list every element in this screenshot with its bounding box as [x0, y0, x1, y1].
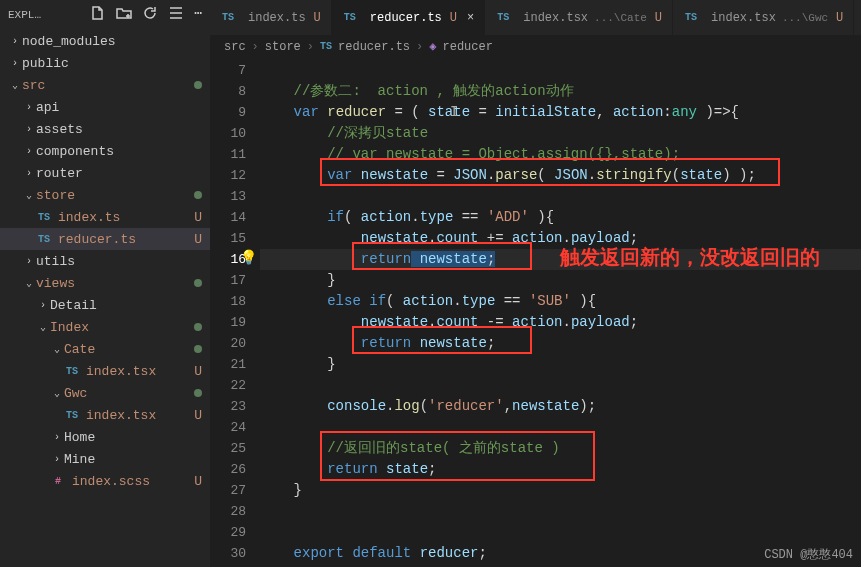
collapse-icon[interactable]	[168, 5, 184, 25]
folder-src[interactable]: ⌄src	[0, 74, 210, 96]
lightbulb-icon[interactable]: 💡	[240, 249, 257, 266]
folder-public[interactable]: ›public	[0, 52, 210, 74]
editor-area: TSindex.tsU TSreducer.tsU× TSindex.tsx..…	[210, 0, 861, 567]
folder-router[interactable]: ›router	[0, 162, 210, 184]
folder-cate[interactable]: ⌄Cate	[0, 338, 210, 360]
ts-icon: TS	[342, 10, 358, 26]
close-icon[interactable]: ×	[467, 11, 474, 25]
file-index-tsx-cate[interactable]: TSindex.tsxU	[0, 360, 210, 382]
ts-icon: TS	[495, 10, 511, 26]
more-icon[interactable]: ⋯	[194, 5, 202, 25]
code-content[interactable]: //参数二: action , 触发的action动作 var reducer …	[260, 58, 861, 567]
code-editor[interactable]: 7891011121314151617181920212223242526272…	[210, 58, 861, 567]
folder-home[interactable]: ›Home	[0, 426, 210, 448]
folder-mine[interactable]: ›Mine	[0, 448, 210, 470]
ts-icon: TS	[683, 10, 699, 26]
ts-icon: TS	[64, 407, 80, 423]
editor-tabs: TSindex.tsU TSreducer.tsU× TSindex.tsx..…	[210, 0, 861, 35]
line-numbers: 7891011121314151617181920212223242526272…	[210, 58, 260, 567]
folder-detail[interactable]: ›Detail	[0, 294, 210, 316]
ts-icon: TS	[36, 231, 52, 247]
folder-utils[interactable]: ›utils	[0, 250, 210, 272]
sass-icon: #	[50, 473, 66, 489]
new-file-icon[interactable]	[90, 5, 106, 25]
explorer-header: EXPL… ⋯	[0, 0, 210, 30]
ts-icon: TS	[36, 209, 52, 225]
tab-index-ts[interactable]: TSindex.tsU	[210, 0, 332, 35]
file-index-tsx-gwc[interactable]: TSindex.tsxU	[0, 404, 210, 426]
file-reducer-ts[interactable]: TSreducer.tsU	[0, 228, 210, 250]
folder-views[interactable]: ⌄views	[0, 272, 210, 294]
crumb-file: reducer.ts	[338, 40, 410, 54]
crumb-symbol: reducer	[443, 40, 493, 54]
ts-icon: TS	[64, 363, 80, 379]
new-folder-icon[interactable]	[116, 5, 132, 25]
file-index-scss[interactable]: #index.scssU	[0, 470, 210, 492]
refresh-icon[interactable]	[142, 5, 158, 25]
explorer-title: EXPL…	[8, 9, 90, 21]
file-tree: ›node_modules ›public ⌄src ›api ›assets …	[0, 30, 210, 567]
folder-assets[interactable]: ›assets	[0, 118, 210, 140]
text-cursor-icon: I	[450, 104, 458, 120]
explorer-sidebar: EXPL… ⋯ ›node_modules ›public ⌄src ›api …	[0, 0, 210, 567]
tab-index-tsx-cate[interactable]: TSindex.tsx...\CateU	[485, 0, 673, 35]
watermark: CSDN @憨憨404	[764, 546, 853, 563]
ts-icon: TS	[220, 10, 236, 26]
tab-index-tsx-gwc[interactable]: TSindex.tsx...\GwcU	[673, 0, 854, 35]
folder-store[interactable]: ⌄store	[0, 184, 210, 206]
file-index-ts[interactable]: TSindex.tsU	[0, 206, 210, 228]
explorer-actions: ⋯	[90, 5, 202, 25]
symbol-icon: ◈	[429, 39, 436, 54]
folder-index[interactable]: ⌄Index	[0, 316, 210, 338]
folder-components[interactable]: ›components	[0, 140, 210, 162]
annotation-text: 触发返回新的，没改返回旧的	[560, 244, 820, 271]
breadcrumb[interactable]: src› store› TSreducer.ts› ◈reducer	[210, 35, 861, 58]
crumb-src: src	[224, 40, 246, 54]
tab-reducer-ts[interactable]: TSreducer.tsU×	[332, 0, 485, 35]
folder-node-modules[interactable]: ›node_modules	[0, 30, 210, 52]
crumb-store: store	[265, 40, 301, 54]
folder-gwc[interactable]: ⌄Gwc	[0, 382, 210, 404]
folder-api[interactable]: ›api	[0, 96, 210, 118]
ts-icon: TS	[320, 41, 332, 52]
